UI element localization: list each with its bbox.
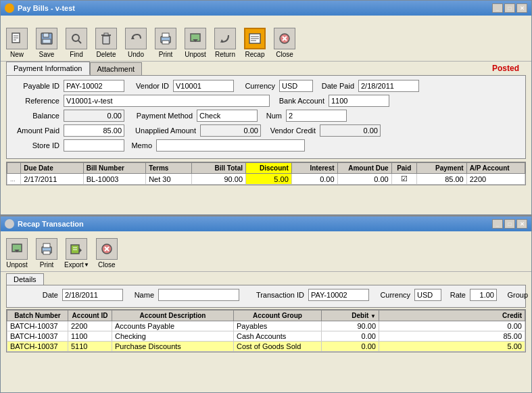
return-button[interactable]: Return: [213, 28, 237, 58]
table-row: BATCH-10037 1100 Checking Cash Accounts …: [7, 331, 525, 342]
payable-id-input[interactable]: [64, 80, 124, 92]
svg-rect-14: [162, 33, 169, 37]
account-id-cell-2: 1100: [68, 331, 112, 342]
date-paid-input[interactable]: [358, 80, 419, 92]
vendor-credit-label: Vendor Credit: [265, 126, 316, 135]
payable-id-label: Payable ID: [12, 82, 59, 90]
recap-window-controls: _ □ ✕: [492, 219, 527, 229]
recap-label: Recap: [245, 51, 265, 58]
recap-export-label: Export: [64, 261, 84, 269]
store-id-input[interactable]: [64, 139, 124, 152]
tab-details[interactable]: Details: [6, 273, 44, 285]
recap-table: Batch Number Account ID Account Descript…: [7, 310, 525, 352]
recap-close-toolbar-label: Close: [98, 261, 116, 269]
recap-transaction-id-input[interactable]: [308, 289, 369, 301]
unpost-label: Unpost: [185, 51, 206, 58]
minimize-button[interactable]: _: [492, 3, 503, 13]
col-discount: Discount: [246, 163, 292, 174]
recap-unpost-icon: [6, 238, 28, 260]
form-row-2: Reference Bank Account: [12, 95, 520, 107]
recap-maximize-button[interactable]: □: [504, 219, 515, 229]
close-toolbar-button[interactable]: Close: [272, 28, 297, 58]
recap-col-credit: Credit: [379, 310, 525, 321]
svg-rect-30: [43, 251, 50, 254]
memo-input[interactable]: [156, 139, 305, 152]
recap-unpost-button[interactable]: Unpost: [5, 238, 29, 269]
recap-name-input[interactable]: [158, 289, 239, 301]
maximize-button[interactable]: □: [504, 3, 515, 13]
delete-button[interactable]: Delete: [94, 28, 118, 58]
close-button[interactable]: ✕: [516, 3, 527, 13]
credit-cell-3: 5.00: [379, 342, 525, 352]
tab-attachment[interactable]: Attachment: [90, 62, 143, 75]
recap-toolbar: Unpost Print Export ▼ Close: [1, 231, 531, 272]
save-button[interactable]: Save: [34, 28, 59, 58]
balance-input: [64, 110, 124, 122]
recap-date-input[interactable]: [62, 289, 123, 301]
recap-window-icon: [5, 219, 14, 229]
unpost-button[interactable]: Unpost: [183, 28, 208, 58]
tab-payment-information[interactable]: Payment Information: [6, 62, 90, 75]
amount-paid-input[interactable]: [64, 124, 124, 137]
payment-cell: 85.00: [416, 174, 466, 185]
store-id-label: Store ID: [12, 141, 59, 149]
num-input[interactable]: [286, 110, 347, 122]
find-icon: [66, 28, 87, 49]
unapplied-amount-input: [200, 124, 261, 137]
window-controls: _ □ ✕: [492, 3, 527, 13]
recap-button[interactable]: Recap: [243, 28, 267, 58]
table-row: ... 2/17/2011 BL-10003 Net 30 90.00 5.00…: [7, 174, 525, 185]
batch-cell-2: BATCH-10037: [7, 331, 68, 342]
expand-cell[interactable]: ...: [7, 174, 21, 185]
undo-label: Undo: [128, 51, 144, 58]
balance-label: Balance: [12, 112, 59, 120]
recap-close-toolbar-button[interactable]: Close: [95, 238, 119, 269]
recap-name-label: Name: [127, 291, 154, 299]
recap-currency-input[interactable]: [414, 289, 441, 301]
save-label: Save: [39, 51, 55, 58]
pay-bills-window: Pay Bills - v-test _ □ ✕ New Save Find: [0, 0, 532, 215]
svg-rect-29: [43, 244, 50, 248]
close-toolbar-icon: [274, 28, 295, 49]
interest-cell: 0.00: [291, 174, 337, 185]
memo-label: Memo: [128, 141, 152, 149]
recap-title-bar: Recap Transaction _ □ ✕: [1, 216, 531, 231]
col-due-date: Due Date: [21, 163, 83, 174]
vendor-id-input[interactable]: [173, 80, 234, 92]
payment-method-input[interactable]: [197, 110, 258, 122]
recap-rate-input[interactable]: [470, 289, 497, 301]
recap-print-button[interactable]: Print: [34, 238, 59, 269]
recap-form-row: Date Name Transaction ID Currency Rate G…: [11, 288, 521, 302]
svg-rect-11: [104, 33, 108, 35]
tabs-row: Payment Information Attachment Posted: [1, 62, 531, 75]
batch-cell-3: BATCH-10037: [7, 342, 68, 352]
ap-account-cell: 2200: [466, 174, 525, 185]
recap-close-button[interactable]: ✕: [516, 219, 527, 229]
posted-badge: Posted: [492, 64, 526, 73]
desc-cell-2: Checking: [112, 331, 234, 342]
delete-label: Delete: [97, 51, 116, 58]
recap-col-desc: Account Description: [112, 310, 234, 321]
col-expand: [7, 163, 21, 174]
new-button[interactable]: New: [5, 28, 29, 58]
group-cell-1: Payables: [234, 321, 322, 331]
print-button[interactable]: Print: [153, 28, 178, 58]
reference-input[interactable]: [64, 95, 270, 107]
svg-rect-5: [43, 33, 49, 37]
svg-line-8: [78, 41, 81, 43]
close-toolbar-label: Close: [276, 51, 293, 58]
vendor-id-label: Vendor ID: [128, 82, 169, 90]
recap-transaction-window: Recap Transaction _ □ ✕ Unpost Print Exp…: [0, 215, 532, 393]
return-label: Return: [215, 51, 235, 58]
recap-export-button[interactable]: Export ▼: [64, 238, 89, 269]
debit-cell-2: 0.00: [322, 331, 379, 342]
undo-button[interactable]: Undo: [124, 28, 148, 58]
bank-account-input[interactable]: [329, 95, 389, 107]
paid-cell[interactable]: ☑: [391, 174, 416, 185]
account-id-cell-3: 5110: [68, 342, 112, 352]
find-button[interactable]: Find: [64, 28, 89, 58]
col-amount-due: Amount Due: [337, 163, 391, 174]
currency-input[interactable]: [279, 80, 313, 92]
pay-bills-toolbar: New Save Find Delete Undo: [1, 16, 531, 62]
recap-minimize-button[interactable]: _: [492, 219, 503, 229]
